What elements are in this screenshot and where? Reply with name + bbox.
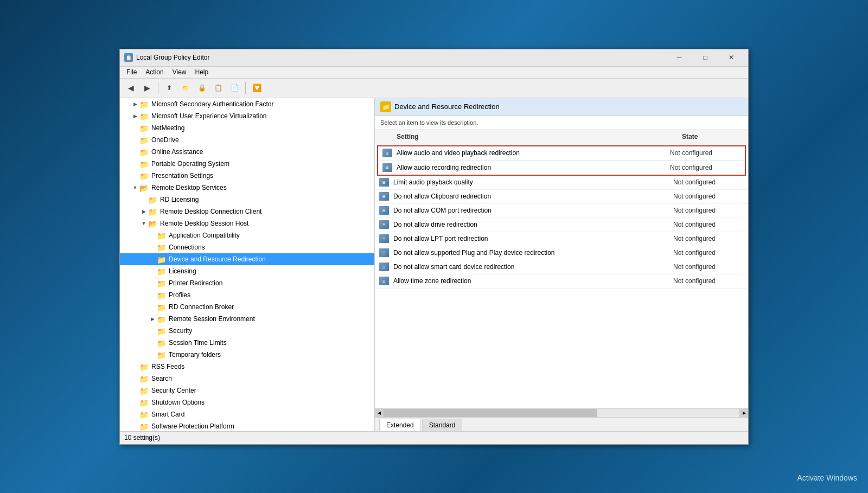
folder-icon: 📁 — [139, 411, 149, 418]
toolbar-show-hide[interactable]: 📁 — [178, 80, 193, 95]
right-panel-title: Device and Resource Redirection — [394, 103, 500, 111]
tree-item-presentation[interactable]: ▶ 📁 Presentation Settings — [120, 170, 374, 182]
setting-row-com[interactable]: Do not allow COM port redirection Not co… — [375, 204, 748, 218]
folder-icon: 📁 — [148, 196, 158, 203]
scroll-track — [384, 409, 739, 417]
folder-icon: 📂 — [139, 184, 149, 191]
setting-row-clipboard[interactable]: Do not allow Clipboard redirection Not c… — [375, 190, 748, 204]
folder-icon: 📁 — [139, 148, 149, 156]
table-header: Setting State — [375, 130, 748, 144]
setting-state: Not configured — [673, 249, 744, 257]
setting-row-audio-quality[interactable]: Limit audio playback quality Not configu… — [375, 176, 748, 190]
tab-extended[interactable]: Extended — [379, 419, 421, 431]
toolbar-list[interactable]: 📋 — [210, 80, 226, 95]
status-text: 10 setting(s) — [124, 434, 160, 441]
tree-item-rdsh[interactable]: ▼ 📂 Remote Desktop Session Host — [120, 217, 374, 229]
tree-item-session-time[interactable]: ▶ 📁 Session Time Limits — [120, 337, 374, 349]
setting-row-drive[interactable]: Do not allow drive redirection Not confi… — [375, 218, 748, 232]
setting-row-pnp[interactable]: Do not allow supported Plug and Play dev… — [375, 246, 748, 260]
folder-icon: 📁 — [157, 232, 167, 239]
setting-icon — [379, 262, 389, 271]
right-panel-description: Select an item to view its description. — [375, 116, 748, 130]
toolbar-separator-2 — [245, 82, 246, 94]
tree-item-printer[interactable]: ▶ 📁 Printer Redirection — [120, 277, 374, 289]
expand-icon: ▼ — [131, 183, 139, 192]
toolbar-up[interactable]: ⬆ — [162, 80, 177, 95]
close-button[interactable]: ✕ — [719, 49, 744, 66]
scroll-left-btn[interactable]: ◀ — [375, 409, 384, 417]
toolbar-lock[interactable]: 🔒 — [194, 80, 209, 95]
tree-label: Session Time Limits — [169, 339, 227, 347]
setting-row-smart-card[interactable]: Do not allow smart card device redirecti… — [375, 260, 748, 274]
tree-item-smart-card[interactable]: ▶ 📁 Smart Card — [120, 408, 374, 420]
tree-item-shutdown[interactable]: ▶ 📁 Shutdown Options — [120, 396, 374, 408]
folder-icon: 📁 — [139, 160, 149, 168]
setting-state: Not configured — [673, 207, 744, 214]
tab-standard[interactable]: Standard — [422, 419, 463, 431]
tree-item-app-compat[interactable]: ▶ 📁 Application Compatibility — [120, 229, 374, 241]
tree-item-profiles[interactable]: ▶ 📁 Profiles — [120, 289, 374, 301]
tree-item-software-protect[interactable]: ▶ 📁 Software Protection Platform — [120, 420, 374, 431]
setting-row-audio-recording[interactable]: Allow audio recording redirection Not co… — [378, 161, 745, 175]
setting-name: Do not allow smart card device redirecti… — [393, 263, 673, 271]
tree-item-ms-user-exp[interactable]: ▶ 📁 Microsoft User Experience Virtualiza… — [120, 110, 374, 122]
setting-icon — [379, 248, 389, 257]
tree-item-device-redirection[interactable]: ▶ 📁 Device and Resource Redirection — [120, 253, 374, 265]
setting-icon — [382, 163, 392, 172]
tree-item-remote-session[interactable]: ▶ 📁 Remote Session Environment — [120, 313, 374, 325]
app-icon: 📋 — [124, 53, 133, 62]
toolbar-back[interactable]: ◀ — [123, 80, 138, 95]
status-bar: 10 setting(s) — [120, 431, 748, 444]
maximize-button[interactable]: □ — [693, 49, 718, 66]
toolbar-separator-1 — [158, 82, 158, 94]
menu-help[interactable]: Help — [191, 67, 213, 77]
tree-item-licensing[interactable]: ▶ 📁 Licensing — [120, 265, 374, 277]
tree-item-online-assistance[interactable]: ▶ 📁 Online Assistance — [120, 146, 374, 158]
tree-item-netmeeting[interactable]: ▶ 📁 NetMeeting — [120, 122, 374, 134]
tree-item-portable-os[interactable]: ▶ 📁 Portable Operating System — [120, 158, 374, 170]
folder-icon: 📁 — [139, 387, 149, 394]
setting-row-lpt[interactable]: Do not allow LPT port redirection Not co… — [375, 232, 748, 246]
folder-icon: 📁 — [139, 422, 149, 430]
menu-file[interactable]: File — [122, 67, 141, 77]
folder-icon: 📁 — [157, 255, 167, 263]
title-bar: 📋 Local Group Policy Editor ─ □ ✕ — [120, 49, 748, 67]
tree-item-search[interactable]: ▶ 📁 Search — [120, 373, 374, 385]
tree-label: Remote Session Environment — [169, 315, 255, 323]
tree-item-temp-folders[interactable]: ▶ 📁 Temporary folders — [120, 349, 374, 361]
setting-name: Limit audio playback quality — [393, 178, 673, 186]
tree-item-rd-licensing[interactable]: ▶ 📁 RD Licensing — [120, 194, 374, 206]
tree-label: Microsoft User Experience Virtualization — [151, 112, 267, 120]
setting-state: Not configured — [673, 263, 744, 271]
tree-item-security-center[interactable]: ▶ 📁 Security Center — [120, 385, 374, 396]
tree-item-rdcc[interactable]: ▶ 📁 Remote Desktop Connection Client — [120, 206, 374, 217]
tree-label: Remote Desktop Connection Client — [160, 208, 261, 215]
folder-icon: 📁 — [139, 112, 149, 120]
scroll-right-btn[interactable]: ▶ — [739, 409, 748, 417]
tree-item-onedrive[interactable]: ▶ 📁 OneDrive — [120, 134, 374, 146]
tree-item-ms-secondary[interactable]: ▶ 📁 Microsoft Secondary Authentication F… — [120, 98, 374, 110]
menu-view[interactable]: View — [168, 67, 191, 77]
tree-item-remote-desktop[interactable]: ▼ 📂 Remote Desktop Services — [120, 182, 374, 194]
tree-item-connections[interactable]: ▶ 📁 Connections — [120, 241, 374, 253]
tree-label: Portable Operating System — [151, 160, 229, 168]
setting-row-audio-video[interactable]: Allow audio and video playback redirecti… — [378, 146, 745, 161]
setting-name: Do not allow LPT port redirection — [393, 235, 673, 242]
tree-label: Temporary folders — [169, 351, 221, 358]
window-controls: ─ □ ✕ — [667, 49, 744, 66]
folder-icon: 📁 — [139, 399, 149, 406]
folder-icon: 📁 — [139, 124, 149, 132]
tree-item-rss[interactable]: ▶ 📁 RSS Feeds — [120, 361, 374, 373]
setting-name: Allow audio recording redirection — [397, 164, 670, 171]
activate-windows-watermark: Activate Windows — [797, 473, 857, 482]
tree-item-rd-connection-broker[interactable]: ▶ 📁 RD Connection Broker — [120, 301, 374, 313]
setting-icon — [382, 149, 392, 157]
menu-bar: File Action View Help — [120, 67, 748, 79]
menu-action[interactable]: Action — [141, 67, 168, 77]
toolbar-detail[interactable]: 📄 — [227, 80, 242, 95]
tree-item-security[interactable]: ▶ 📁 Security — [120, 325, 374, 337]
setting-row-timezone[interactable]: Allow time zone redirection Not configur… — [375, 274, 748, 289]
toolbar-filter[interactable]: 🔽 — [249, 80, 264, 95]
toolbar-forward[interactable]: ▶ — [139, 80, 155, 95]
minimize-button[interactable]: ─ — [667, 49, 692, 66]
